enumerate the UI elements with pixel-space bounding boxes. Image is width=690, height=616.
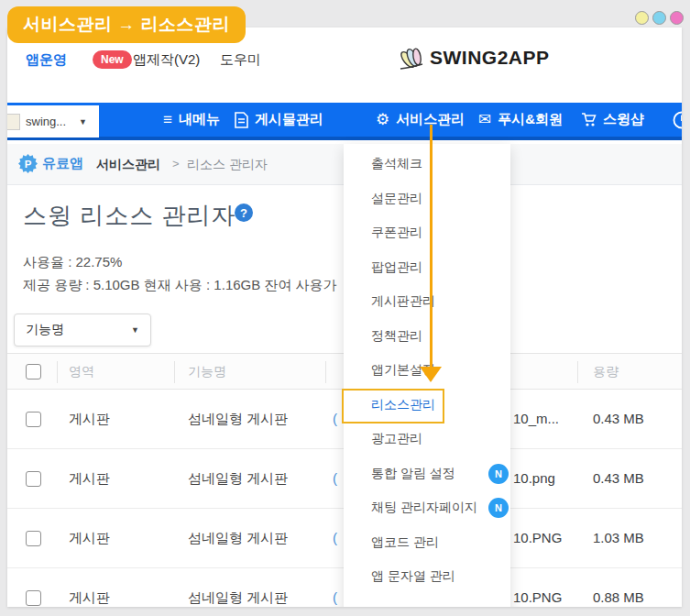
nav-label: 내메뉴 (179, 111, 220, 128)
menu-item-policy[interactable]: 정책관리 (344, 319, 510, 354)
main-window: 앱운영 New 앱제작(V2) 도우미 SWING2APP swing... ▼… (7, 28, 682, 607)
cell-area: 게시판 (69, 589, 110, 607)
menu-item-ad[interactable]: 광고관리 (344, 422, 510, 456)
logo-text: SWING2APP (430, 47, 550, 69)
document-icon (235, 112, 248, 128)
menu-item-survey[interactable]: 설문관리 (344, 182, 510, 216)
swing2app-logo[interactable]: SWING2APP (397, 44, 550, 72)
nav-label: 푸시&회원 (498, 111, 563, 128)
gear-icon: ⚙ (376, 112, 389, 127)
nav-item-clipped[interactable] (672, 103, 682, 137)
cell-area: 게시판 (69, 470, 110, 488)
column-header-area: 영역 (69, 364, 94, 380)
annotation-arrow-line (430, 125, 433, 367)
page-title: 스윙 리소스 관리자 (23, 200, 235, 232)
column-header-feature: 기능명 (188, 364, 226, 380)
window-dot-yellow[interactable] (635, 11, 649, 25)
paid-app-badge: P 유료앱 (18, 154, 83, 173)
breadcrumb-current: 리소스 관리자 (187, 157, 268, 173)
cell-link-fragment: ( (333, 589, 337, 605)
app-thumbnail (7, 114, 20, 130)
cell-area: 게시판 (69, 411, 110, 428)
menu-item-chat-admin[interactable]: 채팅 관리자페이지 N (344, 490, 510, 525)
row-checkbox[interactable] (26, 471, 41, 487)
help-icon[interactable]: ? (235, 204, 253, 222)
cell-feature: 섬네일형 게시판 (188, 470, 288, 488)
menu-item-board[interactable]: 게시판관리 (344, 284, 510, 319)
filter-selected-value: 기능명 (26, 322, 64, 338)
cell-feature: 섬네일형 게시판 (188, 411, 288, 428)
cell-filename[interactable]: 10.PNG (513, 530, 562, 545)
menu-item-notification[interactable]: 통합 알림 설정 N (344, 456, 510, 491)
nav-item-service-management[interactable]: ⚙ 서비스관리 (376, 103, 465, 137)
cell-link-fragment: ( (333, 530, 337, 545)
breadcrumb-separator: > (172, 157, 180, 170)
cell-link-fragment: ( (333, 411, 337, 426)
chevron-down-icon: ▼ (131, 325, 139, 335)
menu-item-popup[interactable]: 팝업관리 (344, 250, 510, 285)
paid-app-label: 유료앱 (42, 155, 83, 172)
tab-app-create[interactable]: 앱제작(V2) (133, 51, 200, 69)
nav-item-post-management[interactable]: 게시물관리 (235, 103, 323, 137)
clock-icon (672, 110, 682, 130)
cell-filename[interactable]: 10.PNG (513, 589, 562, 605)
annotation-banner: 서비스관리 → 리소스관리 (7, 6, 246, 43)
row-checkbox[interactable] (26, 590, 41, 606)
logo-leaves-icon (397, 44, 426, 72)
window-dot-pink[interactable] (670, 11, 684, 25)
menu-item-label: 채팅 관리자페이지 (371, 500, 477, 514)
tab-helper[interactable]: 도우미 (220, 51, 261, 69)
menu-item-coupon[interactable]: 쿠폰관리 (344, 215, 510, 250)
menu-item-app-code[interactable]: 앱코드 관리 (344, 525, 510, 560)
cell-filename[interactable]: 10.png (513, 470, 555, 486)
cell-size: 1.03 MB (593, 530, 644, 545)
annotation-highlight-box (342, 389, 444, 424)
nav-item-my-menu[interactable]: ≡ 내메뉴 (163, 103, 220, 137)
app-selector-value: swing... (26, 115, 66, 128)
window-controls (635, 11, 684, 25)
chevron-down-icon: ▼ (79, 117, 87, 126)
usage-rate-text: 사용율 : 22.75% (23, 254, 122, 271)
new-feature-badge: N (488, 498, 509, 518)
seal-icon: P (18, 154, 38, 173)
window-dot-blue[interactable] (652, 11, 666, 25)
svg-text:P: P (25, 159, 32, 170)
nav-label: 게시물관리 (255, 111, 323, 128)
cell-feature: 섬네일형 게시판 (188, 530, 288, 547)
cell-size: 0.43 MB (593, 470, 644, 486)
new-badge: New (93, 50, 132, 69)
cell-feature: 섬네일형 게시판 (188, 589, 288, 607)
nav-item-swing-shop[interactable]: 스윙샵 (581, 103, 644, 137)
breadcrumb-section[interactable]: 서비스관리 (96, 157, 160, 173)
cell-area: 게시판 (69, 530, 110, 547)
cart-icon (581, 112, 597, 127)
column-header-size: 용량 (593, 364, 619, 380)
select-all-checkbox[interactable] (26, 364, 41, 380)
menu-item-attendance[interactable]: 출석체크 (344, 147, 510, 182)
cell-size: 0.88 MB (593, 589, 644, 605)
annotation-arrow-head (420, 367, 442, 382)
tab-app-operation[interactable]: 앱운영 (26, 51, 67, 69)
menu-item-label: 통합 알림 설정 (371, 466, 455, 480)
cell-size: 0.43 MB (593, 411, 644, 426)
app-selector-dropdown[interactable]: swing... ▼ (7, 105, 99, 138)
new-feature-badge: N (488, 464, 509, 484)
nav-label: 스윙샵 (603, 111, 644, 128)
cell-link-fragment: ( (333, 470, 337, 486)
feature-filter-select[interactable]: 기능명 ▼ (14, 314, 151, 346)
mail-icon: ✉ (478, 112, 491, 127)
main-nav: swing... ▼ ≡ 내메뉴 게시물관리 ⚙ 서비스관리 ✉ 푸시&회원 (7, 103, 682, 140)
cell-filename[interactable]: 10_m... (513, 411, 559, 426)
menu-icon: ≡ (163, 112, 172, 127)
menu-item-app-string[interactable]: 앱 문자열 관리 (344, 559, 510, 594)
nav-item-push-members[interactable]: ✉ 푸시&회원 (478, 103, 563, 137)
row-checkbox[interactable] (26, 531, 41, 546)
row-checkbox[interactable] (26, 412, 41, 427)
